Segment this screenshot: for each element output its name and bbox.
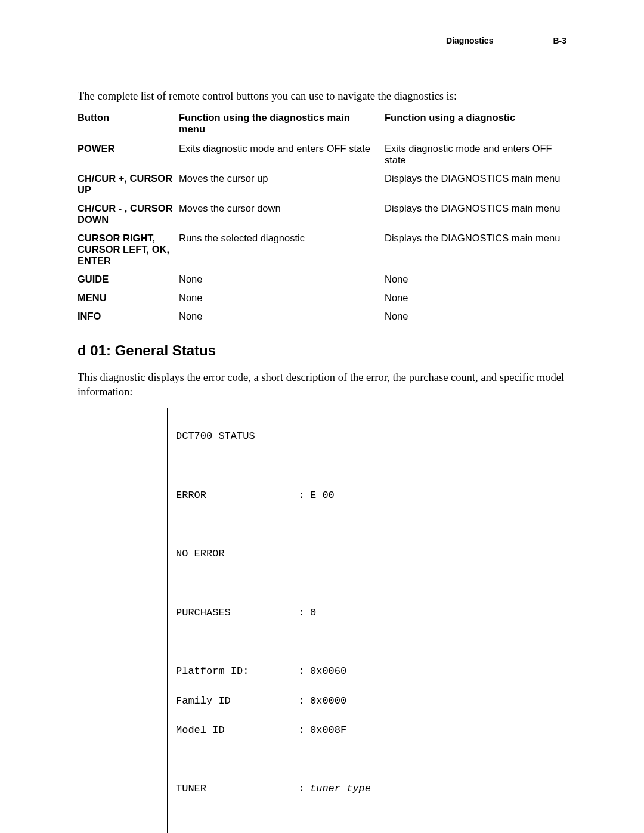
cell-fn-main: Runs the selected diagnostic xyxy=(179,229,385,270)
cell-button: GUIDE xyxy=(78,270,179,289)
cell-fn-diag: None xyxy=(385,307,566,326)
status-platform-label: Platform ID: xyxy=(176,664,298,679)
cell-fn-main: Moves the cursor down xyxy=(179,199,385,229)
status-tuner-value: tuner type xyxy=(310,782,453,797)
table-row: CH/CUR - , CURSOR DOWN Moves the cursor … xyxy=(78,199,566,229)
table-row: CURSOR RIGHT, CURSOR LEFT, OK, ENTER Run… xyxy=(78,229,566,270)
status-error-value: E 00 xyxy=(310,488,453,503)
header-section: Diagnostics xyxy=(446,36,493,45)
status-model-value: 0x008F xyxy=(310,723,453,738)
status-platform-value: 0x0060 xyxy=(310,664,453,679)
table-row: GUIDE None None xyxy=(78,270,566,289)
buttons-table: Button Function using the diagnostics ma… xyxy=(78,110,566,326)
th-fn-diag: Function using a diagnostic xyxy=(385,110,566,140)
status-tuner-label: TUNER xyxy=(176,782,298,797)
intro-text: The complete list of remote control butt… xyxy=(78,90,566,103)
cell-fn-diag: Displays the DIAGNOSTICS main menu xyxy=(385,199,566,229)
status-family-label: Family ID xyxy=(176,694,298,709)
cell-button: CURSOR RIGHT, CURSOR LEFT, OK, ENTER xyxy=(78,229,179,270)
cell-fn-main: Moves the cursor up xyxy=(179,169,385,199)
cell-button: CH/CUR +, CURSOR UP xyxy=(78,169,179,199)
cell-button: CH/CUR - , CURSOR DOWN xyxy=(78,199,179,229)
status-noerror: NO ERROR xyxy=(176,547,298,562)
cell-fn-diag: Exits diagnostic mode and enters OFF sta… xyxy=(385,140,566,169)
cell-fn-diag: None xyxy=(385,270,566,289)
cell-fn-main: None xyxy=(179,307,385,326)
status-model-label: Model ID xyxy=(176,723,298,738)
status-family-value: 0x0000 xyxy=(310,694,453,709)
header: Diagnostics B-3 xyxy=(78,36,566,48)
cell-fn-diag: Displays the DIAGNOSTICS main menu xyxy=(385,229,566,270)
status-error-label: ERROR xyxy=(176,488,298,503)
section-desc: This diagnostic displays the error code,… xyxy=(78,370,566,400)
cell-fn-main: None xyxy=(179,289,385,307)
cell-button: POWER xyxy=(78,140,179,169)
page: Diagnostics B-3 The complete list of rem… xyxy=(0,0,644,833)
cell-fn-main: None xyxy=(179,270,385,289)
section-title: d 01: General Status xyxy=(78,342,566,359)
cell-fn-main: Exits diagnostic mode and enters OFF sta… xyxy=(179,140,385,169)
status-purchases-label: PURCHASES xyxy=(176,606,298,621)
table-row: POWER Exits diagnostic mode and enters O… xyxy=(78,140,566,169)
cell-button: INFO xyxy=(78,307,179,326)
cell-button: MENU xyxy=(78,289,179,307)
header-page: B-3 xyxy=(553,36,566,45)
table-row: MENU None None xyxy=(78,289,566,307)
cell-fn-diag: None xyxy=(385,289,566,307)
table-row: INFO None None xyxy=(78,307,566,326)
th-fn-main: Function using the diagnostics main menu xyxy=(179,110,385,140)
status-box: DCT700 STATUS ERROR:E 00 NO ERROR PURCHA… xyxy=(167,408,462,833)
table-head-row: Button Function using the diagnostics ma… xyxy=(78,110,566,140)
status-title: DCT700 STATUS xyxy=(176,429,298,444)
table-row: CH/CUR +, CURSOR UP Moves the cursor up … xyxy=(78,169,566,199)
cell-fn-diag: Displays the DIAGNOSTICS main menu xyxy=(385,169,566,199)
th-button: Button xyxy=(78,110,179,140)
status-purchases-value: 0 xyxy=(310,606,453,621)
